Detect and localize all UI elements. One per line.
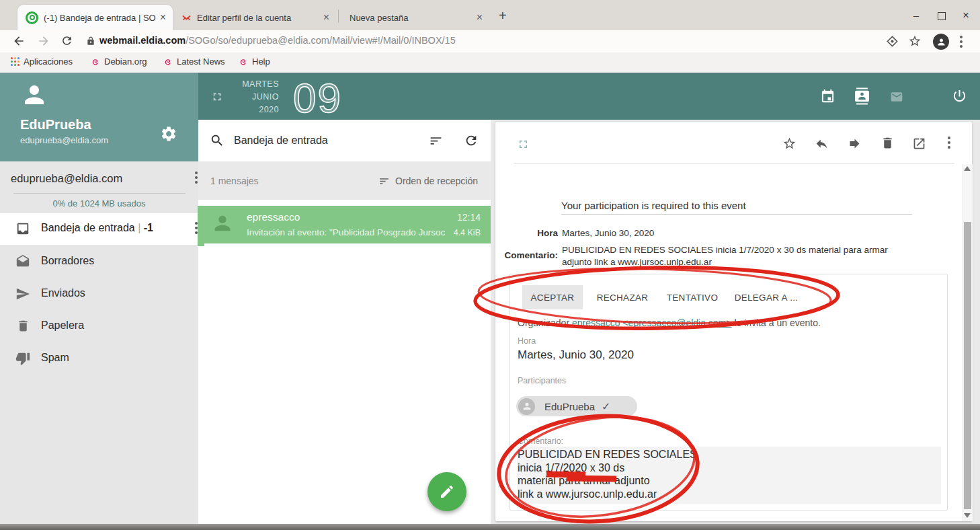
organizer-link[interactable]: epressacco <epressacco@eldia.com> <box>572 317 732 328</box>
comment-line: link a www.jursoc.unlp.edu.ar <box>518 488 697 501</box>
accept-button[interactable]: ACEPTAR <box>522 285 583 309</box>
bookmark-label: Help <box>252 56 270 67</box>
window-minimize-button[interactable]: – <box>906 8 926 23</box>
sidebar-account-label[interactable]: eduprueba@eldia.com <box>11 172 122 185</box>
trash-icon <box>16 319 30 333</box>
message-count-label: 1 mensajes <box>210 176 259 186</box>
message-size: 4.4 KiB <box>446 228 481 237</box>
account-menu-icon[interactable] <box>195 172 198 186</box>
message-time: 12:14 <box>430 212 481 223</box>
tab-new[interactable]: Nueva pestaña × <box>340 5 489 30</box>
sogo-favicon <box>26 11 38 24</box>
pencil-icon <box>439 484 455 500</box>
inbox-icon <box>15 221 30 236</box>
reply-icon[interactable] <box>815 137 829 151</box>
bookmark-latest-news[interactable]: Latest News <box>163 56 225 67</box>
url-domain: webmail.eldia.com <box>99 35 186 46</box>
browser-menu-icon[interactable] <box>960 36 963 50</box>
forward-mail-icon[interactable] <box>848 137 862 151</box>
mail-scrollbar-thumb[interactable] <box>964 222 971 509</box>
unread-badge: -1 <box>144 222 153 233</box>
window-close-button[interactable]: × <box>956 8 976 23</box>
compose-fab-button[interactable] <box>427 472 466 511</box>
scroll-down-icon[interactable] <box>964 513 971 518</box>
badge-separator: | <box>138 222 140 233</box>
mail-favicon <box>181 13 192 23</box>
sender-avatar-icon <box>211 212 234 235</box>
invitation-comment-label: Comentario: <box>518 437 563 446</box>
fullscreen-icon[interactable] <box>211 91 223 103</box>
open-in-new-icon[interactable] <box>912 137 926 151</box>
person-icon <box>522 401 532 412</box>
order-sort-icon[interactable] <box>378 176 390 187</box>
url-path: /SOGo/so/eduprueba@eldia.com/Mail/view#!… <box>186 35 456 46</box>
new-tab-button[interactable]: + <box>499 8 507 24</box>
organizer-suffix: lo invita a un evento. <box>732 317 821 328</box>
mail-icon[interactable] <box>889 90 905 104</box>
bookmark-label: Latest News <box>177 56 225 67</box>
sidebar-user-name: EduPrueba <box>20 117 91 132</box>
window-maximize-button[interactable] <box>938 12 946 20</box>
reject-button[interactable]: RECHAZAR <box>591 285 654 309</box>
comment-line: PUBLICIDAD EN REDES SOCIALES <box>518 448 697 461</box>
gear-icon[interactable] <box>160 125 177 143</box>
participants-label: Participantes <box>518 376 566 385</box>
refresh-icon[interactable] <box>464 133 479 148</box>
tab-inbox[interactable]: (-1) Bandeja de entrada | SO × <box>17 5 173 30</box>
invitation-comment-text: PUBLICIDAD EN REDES SOCIALES inicia 1/7/… <box>518 448 697 501</box>
invitation-hora-value: Martes, Junio 30, 2020 <box>518 348 634 362</box>
tab-close-icon[interactable]: × <box>156 11 173 24</box>
mail-menu-icon[interactable] <box>948 137 950 151</box>
header-weekday: MARTES <box>232 79 279 89</box>
message-subject: Invitación al evento: "Publicidad Posgra… <box>247 227 445 237</box>
delegate-button[interactable]: DELEGAR A ... <box>731 285 801 309</box>
expand-mail-icon[interactable] <box>517 138 530 151</box>
contacts-icon[interactable] <box>854 87 870 105</box>
reload-icon[interactable] <box>60 34 73 47</box>
browser-profile-avatar[interactable] <box>933 34 949 50</box>
order-label[interactable]: Orden de recepción <box>395 176 478 186</box>
person-icon <box>936 37 946 47</box>
sort-icon[interactable] <box>429 134 443 148</box>
preview-eye-icon[interactable] <box>886 35 899 48</box>
sidebar-item-drafts-label: Borradores <box>41 255 94 267</box>
comment-line: material para armar adjunto <box>518 474 697 488</box>
bookmark-apps[interactable]: Aplicaciones <box>11 56 73 67</box>
participant-chip[interactable]: EduPrueba ✓ <box>516 396 637 416</box>
lock-icon <box>86 36 95 46</box>
tentative-button[interactable]: TENTATIVO <box>661 285 723 309</box>
flag-star-icon[interactable] <box>782 137 797 151</box>
header-day-number: 09 <box>293 74 342 122</box>
comentario-value: PUBLICIDAD EN REDES SOCIALES inicia 1/7/… <box>562 244 917 268</box>
back-icon[interactable] <box>12 34 26 48</box>
forward-icon[interactable] <box>37 34 50 48</box>
spam-thumb-down-icon <box>15 351 30 366</box>
search-icon[interactable] <box>210 133 224 148</box>
tab-title: Editar perfil de la cuenta <box>197 13 319 23</box>
note-divider <box>561 214 912 215</box>
toolbar-divider <box>514 163 954 164</box>
sidebar-user-email: eduprueba@eldia.com <box>20 135 108 145</box>
delete-icon[interactable] <box>881 136 895 150</box>
debian-swirl-icon <box>91 57 100 67</box>
url-bar[interactable]: webmail.eldia.com/SOGo/so/eduprueba@eldi… <box>99 35 456 46</box>
bookmark-star-icon[interactable] <box>908 34 922 48</box>
tab-edit-profile[interactable]: Editar perfil de la cuenta × <box>175 5 336 30</box>
apps-grid-icon <box>11 57 19 66</box>
check-icon: ✓ <box>602 400 610 413</box>
tab-separator <box>338 9 339 23</box>
comment-line: inicia 1/7/2020 x 30 ds <box>518 461 697 475</box>
bookmark-help[interactable]: Help <box>239 56 270 67</box>
message-sender: epressacco <box>247 211 300 223</box>
tab-close-icon[interactable]: × <box>473 11 489 24</box>
sidebar-item-sent-label: Enviados <box>41 287 85 299</box>
debian-swirl-icon <box>163 57 173 67</box>
tab-close-icon[interactable]: × <box>319 11 336 24</box>
power-icon[interactable] <box>952 88 967 104</box>
search-input[interactable]: Bandeja de entrada <box>234 135 328 147</box>
drafts-icon <box>15 254 30 269</box>
calendar-icon[interactable] <box>820 89 835 104</box>
bookmark-label: Debian.org <box>104 56 147 67</box>
bookmark-debian[interactable]: Debian.org <box>91 56 147 67</box>
scroll-up-icon[interactable] <box>964 166 971 171</box>
